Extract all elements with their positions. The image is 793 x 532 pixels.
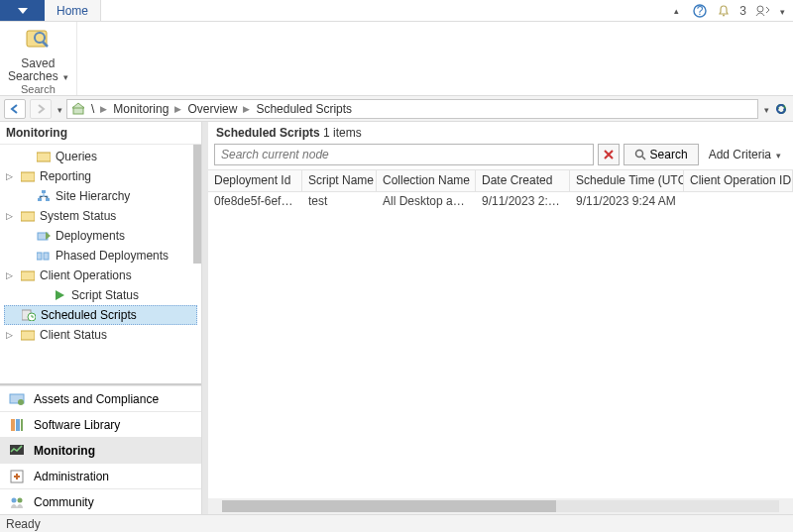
deployment-icon bbox=[36, 228, 52, 244]
tree-node-label: Queries bbox=[56, 150, 97, 163]
tab-home[interactable]: Home bbox=[45, 0, 101, 21]
svg-point-35 bbox=[18, 497, 23, 502]
list-count: 1 items bbox=[323, 126, 362, 140]
saved-searches-button[interactable]: Saved Searches bbox=[8, 24, 68, 83]
column-header[interactable]: Collection Name bbox=[377, 170, 476, 191]
breadcrumb-item[interactable]: Scheduled Scripts bbox=[252, 102, 356, 116]
svg-point-28 bbox=[18, 399, 24, 405]
wunderbar-assets[interactable]: Assets and Compliance bbox=[0, 385, 201, 411]
wunderbar-label: Assets and Compliance bbox=[34, 392, 159, 406]
tab-strip: Home ? 3 bbox=[0, 0, 793, 22]
monitoring-icon bbox=[8, 442, 26, 460]
cell: 9/11/2023 2:2... bbox=[476, 192, 570, 212]
tree-node-label: Site Hierarchy bbox=[56, 189, 130, 203]
folder-icon bbox=[20, 327, 36, 343]
svg-point-36 bbox=[635, 151, 642, 158]
column-header[interactable]: Script Name bbox=[302, 170, 377, 191]
tree-node-reporting[interactable]: ▷Reporting bbox=[0, 166, 201, 186]
chevron-down-icon bbox=[18, 8, 28, 14]
wunderbar-monitoring[interactable]: Monitoring bbox=[0, 437, 201, 463]
feedback-dropdown-icon[interactable] bbox=[778, 4, 785, 18]
tree-node-queries[interactable]: Queries bbox=[0, 147, 201, 166]
search-icon bbox=[634, 149, 646, 160]
svg-rect-16 bbox=[46, 198, 50, 201]
wunderbar-community[interactable]: Community bbox=[0, 488, 201, 514]
tree-node-label: Deployments bbox=[56, 229, 125, 243]
sidebar-title: Monitoring bbox=[0, 122, 201, 145]
breadcrumb-dropdown[interactable] bbox=[762, 102, 769, 116]
saved-searches-icon bbox=[22, 24, 54, 55]
clear-search-button[interactable] bbox=[598, 144, 620, 165]
administration-icon bbox=[8, 468, 26, 485]
tree-node-client-operations[interactable]: ▷Client Operations bbox=[0, 266, 201, 285]
folder-icon bbox=[36, 149, 52, 164]
add-criteria-button[interactable]: Add Criteria bbox=[703, 148, 787, 161]
table-row[interactable]: 0fe8de5f-6ef5-... test All Desktop and..… bbox=[208, 192, 793, 212]
breadcrumb-sep[interactable] bbox=[100, 104, 107, 114]
column-header[interactable]: Client Operation ID bbox=[684, 170, 793, 191]
wunderbar-label: Administration bbox=[34, 470, 109, 483]
scheduled-script-icon bbox=[21, 307, 37, 323]
search-button[interactable]: Search bbox=[623, 144, 699, 165]
app-menu-button[interactable] bbox=[0, 0, 45, 21]
ribbon: Saved Searches Search bbox=[0, 22, 793, 96]
ribbon-group-label: Search bbox=[21, 83, 56, 95]
tree-node-site-hierarchy[interactable]: Site Hierarchy bbox=[0, 186, 201, 206]
svg-rect-21 bbox=[44, 253, 49, 260]
breadcrumb-sep[interactable] bbox=[243, 104, 250, 114]
bell-icon[interactable] bbox=[716, 3, 732, 19]
tree-node-label: Client Status bbox=[40, 328, 107, 342]
back-button[interactable] bbox=[4, 99, 26, 119]
svg-rect-26 bbox=[21, 331, 35, 340]
status-text: Ready bbox=[6, 517, 41, 531]
help-icon[interactable]: ? bbox=[692, 3, 708, 19]
folder-icon bbox=[20, 267, 36, 283]
list-title: Scheduled Scripts bbox=[216, 126, 320, 140]
search-input[interactable] bbox=[214, 144, 594, 165]
tree-node-script-status[interactable]: Script Status bbox=[0, 285, 201, 305]
collapse-ribbon-icon[interactable] bbox=[668, 3, 684, 19]
status-bar: Ready bbox=[0, 514, 793, 532]
tree-node-label: Scheduled Scripts bbox=[41, 308, 137, 322]
breadcrumb-root-sep: \ bbox=[87, 102, 98, 116]
breadcrumb-sep[interactable] bbox=[174, 104, 181, 114]
svg-rect-29 bbox=[11, 419, 15, 431]
scrollbar-thumb[interactable] bbox=[222, 500, 556, 512]
breadcrumb-item[interactable]: Overview bbox=[183, 102, 241, 116]
tab-home-label: Home bbox=[57, 4, 88, 18]
svg-point-34 bbox=[12, 497, 17, 502]
library-icon bbox=[8, 416, 26, 434]
svg-rect-17 bbox=[21, 212, 35, 221]
refresh-button[interactable] bbox=[773, 101, 789, 117]
forward-button[interactable] bbox=[30, 99, 52, 119]
scrollbar-thumb[interactable] bbox=[193, 145, 201, 264]
folder-icon bbox=[20, 208, 36, 224]
column-header[interactable]: Schedule Time (UTC) bbox=[570, 170, 684, 191]
tree-node-client-status[interactable]: ▷Client Status bbox=[0, 325, 201, 345]
breadcrumb-item[interactable]: Monitoring bbox=[109, 102, 172, 116]
refresh-icon bbox=[773, 101, 789, 117]
workspace: Monitoring Queries ▷Reporting Site Hiera… bbox=[0, 122, 793, 514]
svg-marker-9 bbox=[72, 103, 84, 108]
column-header[interactable]: Date Created bbox=[476, 170, 570, 191]
home-icon[interactable] bbox=[71, 102, 85, 116]
cell bbox=[684, 192, 793, 212]
nav-history-dropdown[interactable] bbox=[56, 102, 62, 116]
tree-node-system-status[interactable]: ▷System Status bbox=[0, 206, 201, 226]
feedback-icon[interactable] bbox=[754, 3, 770, 19]
chevron-down-icon bbox=[774, 148, 781, 161]
tree-node-label: Reporting bbox=[40, 169, 91, 183]
tree-node-scheduled-scripts[interactable]: Scheduled Scripts bbox=[4, 305, 197, 325]
tree-node-phased-deployments[interactable]: Phased Deployments bbox=[0, 246, 201, 266]
arrow-right-icon bbox=[36, 104, 46, 114]
svg-marker-0 bbox=[18, 8, 28, 14]
svg-point-3 bbox=[723, 14, 725, 16]
breadcrumb[interactable]: \ Monitoring Overview Scheduled Scripts bbox=[66, 99, 758, 119]
svg-rect-12 bbox=[37, 153, 51, 161]
navigation-tree: Queries ▷Reporting Site Hierarchy ▷Syste… bbox=[0, 145, 201, 383]
column-header[interactable]: Deployment Id bbox=[208, 170, 302, 191]
horizontal-scrollbar[interactable] bbox=[208, 498, 793, 514]
wunderbar-administration[interactable]: Administration bbox=[0, 463, 201, 488]
wunderbar-software-library[interactable]: Software Library bbox=[0, 411, 201, 437]
tree-node-deployments[interactable]: Deployments bbox=[0, 226, 201, 246]
